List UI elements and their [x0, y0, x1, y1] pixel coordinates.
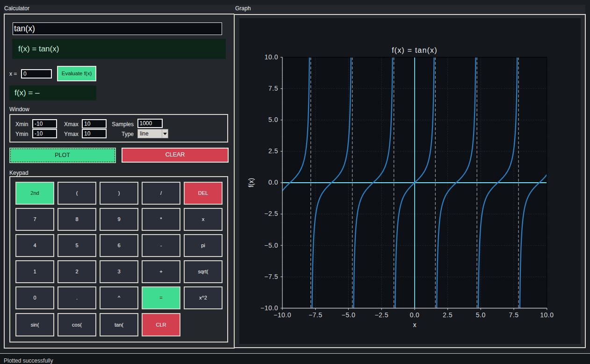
- svg-text:10.0: 10.0: [265, 53, 278, 61]
- svg-text:5.0: 5.0: [268, 116, 278, 123]
- svg-text:0.0: 0.0: [268, 178, 278, 186]
- svg-text:x: x: [413, 321, 416, 328]
- svg-text:−7.5: −7.5: [264, 273, 278, 280]
- svg-text:−5.0: −5.0: [264, 242, 278, 249]
- svg-text:7.5: 7.5: [268, 85, 278, 92]
- svg-text:f(x): f(x): [247, 178, 255, 187]
- svg-text:−5.0: −5.0: [342, 311, 356, 319]
- svg-text:0.0: 0.0: [410, 311, 419, 319]
- svg-text:2.5: 2.5: [443, 311, 453, 319]
- svg-text:7.5: 7.5: [509, 311, 519, 319]
- svg-text:−10.0: −10.0: [260, 304, 278, 312]
- svg-text:f(x) = tan(x): f(x) = tan(x): [392, 46, 438, 54]
- svg-text:−7.5: −7.5: [309, 311, 323, 319]
- svg-text:−10.0: −10.0: [273, 311, 291, 319]
- svg-text:−2.5: −2.5: [374, 311, 389, 319]
- svg-text:−2.5: −2.5: [264, 210, 278, 217]
- svg-text:5.0: 5.0: [476, 311, 486, 319]
- svg-text:2.5: 2.5: [268, 147, 278, 155]
- svg-text:10.0: 10.0: [540, 311, 554, 319]
